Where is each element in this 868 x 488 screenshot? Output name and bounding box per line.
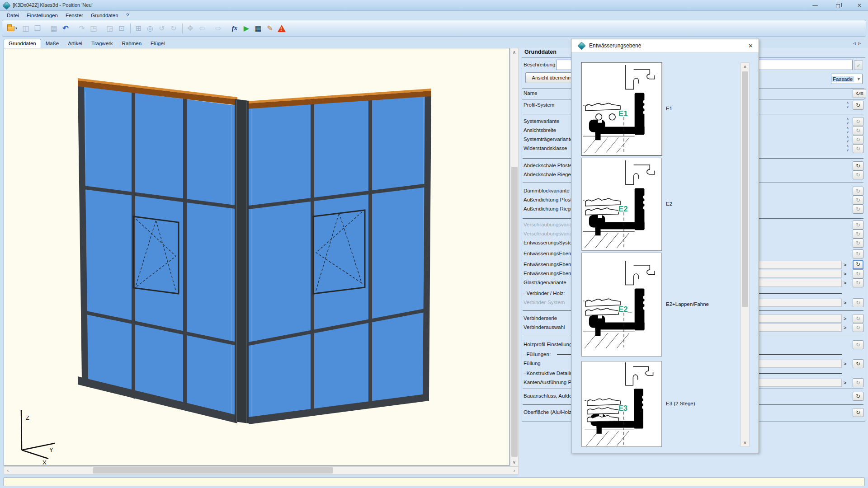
scroll-left-icon[interactable]: ‹: [4, 467, 12, 474]
refresh-icon[interactable]: ↻: [853, 230, 863, 239]
close-button[interactable]: ✕: [852, 0, 867, 11]
open-position-icon[interactable]: ▾: [5, 23, 19, 34]
refresh-icon[interactable]: ↻: [853, 117, 863, 126]
model-3d-icon[interactable]: ▦: [253, 23, 264, 34]
menu-item-grunddaten[interactable]: Grunddaten: [91, 13, 118, 18]
refresh-icon[interactable]: ↻: [853, 260, 863, 269]
drainage-level-option-e3-2-stege-[interactable]: .oln{fill:#fff;stroke:#222;stroke-width:…: [581, 361, 662, 447]
refresh-icon[interactable]: ↻: [853, 314, 863, 323]
tab-artikel[interactable]: Artikel: [63, 39, 87, 48]
position-type-select[interactable]: Fassade ▼: [831, 74, 863, 84]
viewport-horizontal-scrollbar[interactable]: ‹ ›: [4, 466, 519, 474]
refresh-icon[interactable]: ↻: [853, 323, 863, 332]
refresh-list-icon[interactable]: ↻≡: [853, 89, 866, 98]
refresh-icon[interactable]: ↻: [853, 408, 863, 417]
undo-icon[interactable]: ↶: [60, 23, 71, 34]
redo-icon[interactable]: ↷: [76, 23, 87, 34]
expand-arrow-icon[interactable]: >: [844, 360, 850, 368]
dialog-scrollbar[interactable]: ∧ ∨: [741, 62, 750, 447]
tab-tragwerk[interactable]: Tragwerk: [87, 39, 118, 48]
run-icon[interactable]: ▶: [241, 23, 252, 34]
confirm-description-button[interactable]: ✔: [854, 60, 863, 70]
refresh-icon[interactable]: ↻: [853, 126, 863, 135]
minimize-button[interactable]: —: [807, 0, 823, 11]
fit-view-icon[interactable]: ⊡: [116, 23, 127, 34]
expand-arrow-icon[interactable]: >: [844, 379, 850, 387]
menu-item-datei[interactable]: Datei: [7, 13, 19, 18]
back-icon[interactable]: ⇦: [197, 23, 208, 34]
drainage-level-option-e2-lappen-fahne[interactable]: .oln{fill:#fff;stroke:#222;stroke-width:…: [581, 253, 662, 357]
import-icon[interactable]: ◳: [88, 23, 99, 34]
spinner-control[interactable]: ∧∨: [844, 101, 851, 110]
horizontal-scroll-thumb[interactable]: [93, 467, 333, 474]
refresh-icon[interactable]: ↻: [853, 269, 863, 278]
scroll-up-icon[interactable]: ∧: [510, 48, 518, 56]
menu-item-?[interactable]: ?: [126, 13, 129, 18]
svg-text:E2: E2: [618, 205, 628, 213]
save-icon[interactable]: ◫: [20, 23, 31, 34]
row-label: Profil-System: [524, 102, 554, 108]
refresh-icon[interactable]: ↻: [853, 187, 863, 196]
refresh-icon[interactable]: ↻: [853, 161, 863, 170]
refresh-icon[interactable]: ↻: [853, 221, 863, 230]
rotate-left-icon[interactable]: ↺: [156, 23, 167, 34]
menu-item-einstellungen[interactable]: Einstellungen: [27, 13, 58, 18]
dialog-scroll-up-icon[interactable]: ∧: [741, 63, 749, 70]
vertical-scroll-thumb[interactable]: [511, 167, 518, 457]
refresh-icon[interactable]: ↻: [853, 392, 863, 401]
refresh-icon[interactable]: ↻: [853, 359, 863, 368]
drainage-level-option-e2[interactable]: .oln{fill:#fff;stroke:#222;stroke-width:…: [581, 158, 662, 251]
copy-icon[interactable]: ❐: [32, 23, 43, 34]
drainage-level-option-e1[interactable]: .oln{fill:#fff;stroke:#222;stroke-width:…: [581, 62, 662, 155]
refresh-icon[interactable]: ↻: [853, 378, 863, 387]
spinner-control[interactable]: ∧∨: [844, 144, 851, 153]
tab-grunddaten[interactable]: Grunddaten: [4, 39, 41, 48]
expand-arrow-icon[interactable]: >: [844, 314, 850, 323]
refresh-icon[interactable]: ↻: [853, 205, 863, 214]
dialog-scroll-thumb[interactable]: [742, 71, 748, 307]
dialog-close-icon[interactable]: ✕: [748, 42, 753, 49]
tab-rahmen[interactable]: Rahmen: [118, 39, 146, 48]
viewport-vertical-scrollbar[interactable]: ∧ ∨: [510, 48, 519, 466]
scroll-down-icon[interactable]: ∨: [510, 458, 518, 466]
tab-maße[interactable]: Maße: [41, 39, 63, 48]
forward-icon[interactable]: ⇨: [213, 23, 224, 34]
protocol-icon[interactable]: ✎: [264, 23, 275, 34]
expand-arrow-icon[interactable]: >: [844, 270, 850, 278]
refresh-icon[interactable]: ↻: [853, 196, 863, 205]
menu-item-fenster[interactable]: Fenster: [66, 13, 83, 18]
formula-icon[interactable]: fx: [229, 23, 240, 34]
spinner-control[interactable]: ∧∨: [844, 126, 851, 135]
position-type-value: Fassade: [831, 76, 854, 82]
refresh-icon[interactable]: ↻: [853, 298, 863, 307]
dialog-title-bar[interactable]: Entwässerungsebene: [571, 39, 759, 52]
expand-arrow-icon[interactable]: >: [844, 299, 850, 307]
spinner-control[interactable]: ∧∨: [844, 135, 851, 144]
expand-arrow-icon[interactable]: >: [844, 279, 850, 287]
restore-button[interactable]: [830, 0, 845, 11]
spinner-control[interactable]: ∧∨: [844, 117, 851, 126]
refresh-icon[interactable]: ↻: [853, 340, 863, 349]
zoom-select-icon[interactable]: ◎: [145, 23, 156, 34]
scroll-right-icon[interactable]: ›: [510, 467, 518, 474]
refresh-icon[interactable]: ↻: [853, 249, 863, 258]
print-icon[interactable]: ▤: [48, 23, 59, 34]
refresh-icon[interactable]: ↻: [853, 144, 863, 153]
pan-icon[interactable]: ✥: [185, 23, 196, 34]
expand-arrow-icon[interactable]: >: [844, 261, 850, 269]
expand-arrow-icon[interactable]: >: [844, 324, 850, 332]
refresh-icon[interactable]: ↻: [853, 278, 863, 287]
rotate-right-icon[interactable]: ↻: [168, 23, 179, 34]
tab-flügel[interactable]: Flügel: [146, 39, 169, 48]
tab-scroll-arrows[interactable]: ◃▹: [853, 40, 863, 46]
dialog-scroll-down-icon[interactable]: ∨: [741, 439, 749, 446]
export-icon[interactable]: ◲: [104, 23, 115, 34]
snapshot-icon[interactable]: ⊞: [133, 23, 144, 34]
row-label: Systemvariante: [524, 118, 559, 124]
refresh-icon[interactable]: ↻: [853, 101, 863, 110]
3d-viewport[interactable]: Z Y X: [4, 48, 509, 466]
warning-icon[interactable]: [276, 23, 287, 34]
refresh-icon[interactable]: ↻: [853, 170, 863, 179]
refresh-icon[interactable]: ↻: [853, 135, 863, 144]
refresh-icon[interactable]: ↻: [853, 239, 863, 248]
